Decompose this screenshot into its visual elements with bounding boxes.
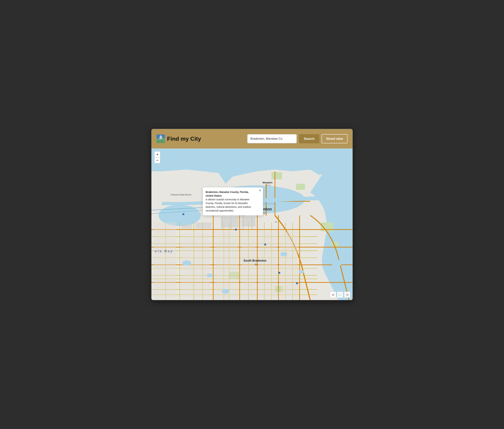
svg-point-16	[181, 170, 192, 174]
svg-text:US-41: US-41	[266, 184, 271, 186]
map-popup: ✕ Bradenton, Manatee County, Florida, Un…	[203, 188, 263, 215]
svg-rect-5	[160, 137, 161, 138]
svg-point-81	[331, 259, 342, 267]
svg-rect-70	[153, 223, 176, 298]
svg-text:301: 301	[275, 221, 277, 223]
svg-rect-23	[296, 184, 305, 190]
svg-point-18	[208, 174, 215, 177]
svg-rect-2	[156, 139, 165, 139]
svg-point-77	[206, 274, 213, 277]
header-controls: Search Street view	[247, 134, 348, 143]
svg-point-17	[200, 171, 209, 175]
search-button[interactable]: Search	[299, 134, 319, 143]
app-title: Find my City	[167, 135, 201, 142]
svg-point-80	[222, 289, 230, 294]
svg-point-6	[162, 137, 163, 138]
app-window: Find my City Search Street view	[151, 129, 353, 300]
map-controls-bottom-right: ⊞ ⛶ ⊡	[330, 292, 350, 298]
svg-point-21	[158, 177, 166, 180]
svg-point-20	[188, 175, 193, 177]
fullscreen-button[interactable]: ⊡	[344, 292, 350, 298]
zoom-out-button[interactable]: −	[154, 157, 160, 163]
app-logo: Find my City	[156, 134, 247, 143]
header: Find my City Search Street view	[151, 129, 353, 149]
svg-rect-65	[241, 217, 256, 226]
svg-rect-87	[296, 282, 298, 284]
svg-rect-86	[278, 272, 280, 274]
svg-rect-82	[182, 213, 184, 215]
svg-rect-73	[241, 231, 256, 298]
popup-description: A vibrant coastal community in Manatee C…	[206, 198, 251, 212]
svg-rect-22	[272, 172, 282, 179]
street-view-button[interactable]: Street view	[322, 134, 348, 143]
svg-point-19	[177, 176, 183, 179]
zoom-controls: + −	[154, 151, 160, 163]
svg-rect-67	[181, 224, 192, 229]
popup-close-button[interactable]: ✕	[259, 189, 261, 192]
svg-point-78	[280, 252, 287, 256]
svg-rect-71	[181, 233, 210, 298]
zoom-in-button[interactable]: +	[154, 151, 160, 157]
svg-point-15	[163, 172, 175, 178]
svg-point-79	[299, 270, 304, 273]
grid-view-button[interactable]: ⊞	[330, 292, 336, 298]
svg-point-76	[182, 260, 191, 266]
svg-rect-84	[235, 229, 237, 230]
svg-rect-85	[264, 244, 266, 245]
svg-rect-75	[280, 231, 298, 298]
svg-rect-74	[259, 231, 277, 298]
popup-title: Bradenton, Manatee County, Florida, Unit…	[206, 191, 249, 197]
expand-view-button[interactable]: ⛶	[337, 292, 343, 298]
map-container[interactable]: US-41 301 Palmetto (3) Memphis Bradenton…	[151, 149, 353, 300]
map-logo-icon	[156, 134, 165, 143]
svg-rect-72	[215, 231, 238, 298]
svg-rect-66	[195, 223, 212, 229]
svg-rect-64	[221, 217, 239, 227]
location-input[interactable]	[247, 134, 297, 143]
